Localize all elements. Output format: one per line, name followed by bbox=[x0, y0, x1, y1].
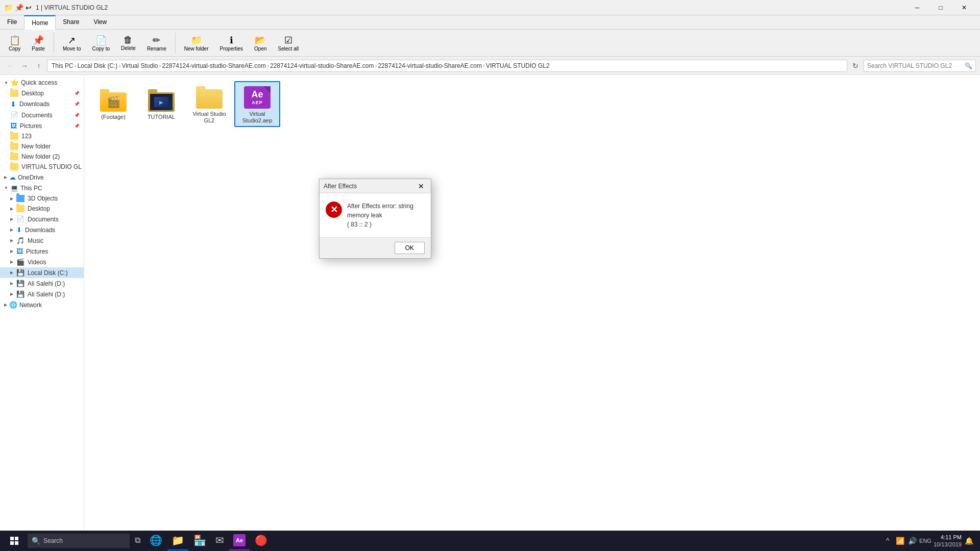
back-arrow-icon: ↩ bbox=[26, 4, 32, 12]
start-sq2 bbox=[15, 537, 18, 540]
taskbar-search-box[interactable]: 🔍 Search bbox=[28, 534, 130, 548]
sidebar-item-pictures-qa[interactable]: 🖼 Pictures 📌 bbox=[0, 120, 84, 131]
start-sq1 bbox=[10, 537, 14, 540]
ribbon-newfolder-btn[interactable]: 📁New folder bbox=[180, 32, 213, 54]
start-sq3 bbox=[10, 541, 14, 545]
tab-view[interactable]: View bbox=[86, 15, 114, 29]
ribbon-properties-btn[interactable]: ℹProperties bbox=[215, 32, 248, 54]
system-tray: ^ 📶 🔊 ENG 4:11 PM 10/13/2019 🔔 bbox=[878, 534, 978, 548]
taskbar: 🔍 Search ⧉ 🌐 📁 🏪 ✉ Ae 🔴 ^ 📶 🔊 ENG 4:11 P… bbox=[0, 531, 980, 551]
close-button[interactable]: ✕ bbox=[952, 0, 976, 15]
onedrive-label: OneDrive bbox=[18, 174, 44, 181]
file-item-aep[interactable]: Ae AEP Virtual Studio2.aep bbox=[234, 81, 280, 127]
folder-icon bbox=[10, 90, 18, 97]
sidebar-item-newfolder[interactable]: New folder bbox=[0, 141, 84, 152]
music-icon: 🎵 bbox=[16, 237, 24, 244]
sidebar-label-newfolder: New folder bbox=[21, 143, 51, 150]
sidebar-item-documents-pc[interactable]: ▶ 📄 Documents bbox=[0, 214, 84, 224]
ribbon-content: 📋Copy 📌Paste ↗Move to 📄Copy to 🗑Delete ✏… bbox=[0, 30, 980, 56]
sidebar-item-ali-salehi-d2[interactable]: ▶ 💾 Ali Salehi (D:) bbox=[0, 289, 84, 299]
nav-up-button[interactable]: ↑ bbox=[33, 60, 45, 72]
taskbar-task-view[interactable]: ⧉ bbox=[131, 531, 144, 550]
nav-forward-button[interactable]: → bbox=[18, 60, 31, 72]
window-controls: ─ □ ✕ bbox=[905, 0, 976, 15]
tab-home[interactable]: Home bbox=[24, 15, 56, 30]
sidebar-item-123[interactable]: 123 bbox=[0, 131, 84, 141]
tutorial-preview: ▶ bbox=[150, 94, 173, 110]
folder-icon-3d bbox=[16, 195, 24, 202]
taskbar-opera[interactable]: 🔴 bbox=[251, 531, 272, 550]
nav-back-button[interactable]: ← bbox=[4, 60, 16, 72]
sidebar-item-local-disk[interactable]: ▶ 💾 Local Disk (C:) bbox=[0, 267, 84, 278]
quick-access-header[interactable]: ▼ ⭐ Quick access bbox=[0, 77, 84, 88]
file-item-vs-gl2[interactable]: Virtual Studio GL2 bbox=[186, 81, 232, 127]
dialog-close-button[interactable]: ✕ bbox=[415, 181, 427, 192]
notification-icon[interactable]: 🔔 bbox=[964, 536, 974, 546]
ribbon-copyto-btn[interactable]: 📄Copy to bbox=[88, 32, 114, 54]
ribbon-copy-btn[interactable]: 📋Copy bbox=[4, 32, 25, 54]
start-button[interactable] bbox=[2, 531, 27, 551]
sidebar-label-local-disk: Local Disk (C:) bbox=[28, 269, 68, 277]
sidebar-item-downloads-qa[interactable]: ⬇ Downloads 📌 bbox=[0, 98, 84, 110]
maximize-button[interactable]: □ bbox=[929, 0, 952, 15]
footage-icon: 🎬 bbox=[107, 95, 120, 109]
sidebar-item-3d-objects[interactable]: ▶ 3D Objects bbox=[0, 193, 84, 204]
date-display: 10/13/2019 bbox=[934, 541, 962, 548]
document-icon: 📄 bbox=[10, 111, 18, 119]
sidebar-item-music[interactable]: ▶ 🎵 Music bbox=[0, 235, 84, 246]
onedrive-header[interactable]: ▶ ☁ OneDrive bbox=[0, 172, 84, 183]
sidebar-item-ali-salehi-d1[interactable]: ▶ 💾 Ali Salehi (D:) bbox=[0, 278, 84, 289]
error-x-icon: ✕ bbox=[330, 204, 338, 215]
taskbar-file-explorer[interactable]: 📁 bbox=[167, 531, 188, 550]
sidebar-label-music: Music bbox=[28, 237, 43, 244]
hidden-icons-button[interactable]: ^ bbox=[883, 536, 893, 546]
sidebar-item-downloads-pc[interactable]: ▶ ⬇ Downloads bbox=[0, 224, 84, 235]
this-pc-header[interactable]: ▼ 💻 This PC bbox=[0, 183, 84, 193]
ribbon-rename-btn[interactable]: ✏Rename bbox=[142, 32, 171, 54]
ribbon-select-btn[interactable]: ☑Select all bbox=[274, 32, 304, 54]
tab-share[interactable]: Share bbox=[56, 15, 86, 29]
sidebar-item-desktop[interactable]: Desktop 📌 bbox=[0, 88, 84, 98]
address-path[interactable]: This PC › Local Disk (C:) › Virtual Stud… bbox=[47, 60, 847, 72]
sidebar-item-desktop-pc[interactable]: ▶ Desktop bbox=[0, 204, 84, 214]
ribbon-paste-btn[interactable]: 📌Paste bbox=[27, 32, 50, 54]
sidebar-item-documents-qa[interactable]: 📄 Documents 📌 bbox=[0, 110, 84, 120]
ribbon-move-btn[interactable]: ↗Move to bbox=[58, 32, 86, 54]
taskbar-mail[interactable]: ✉ bbox=[211, 531, 228, 550]
tab-file[interactable]: File bbox=[0, 15, 24, 29]
picture-icon: 🖼 bbox=[10, 122, 17, 130]
taskbar-store[interactable]: 🏪 bbox=[189, 531, 210, 550]
sidebar-item-videos[interactable]: ▶ 🎬 Videos bbox=[0, 257, 84, 267]
folder-icon5 bbox=[10, 163, 18, 170]
search-input[interactable] bbox=[867, 62, 963, 69]
pin-icon2: 📌 bbox=[74, 102, 80, 107]
network-header[interactable]: ▶ 🌐 Network bbox=[0, 299, 84, 310]
start-sq4 bbox=[15, 541, 18, 545]
aep-ext-label: AEP bbox=[252, 100, 263, 105]
chevron-down-icon: ▼ bbox=[4, 81, 8, 85]
minimize-button[interactable]: ─ bbox=[905, 0, 929, 15]
file-item-tutorial[interactable]: ▶ TUTORIAL bbox=[138, 81, 184, 127]
sidebar-label-ali-d2: Ali Salehi (D:) bbox=[28, 291, 65, 298]
taskbar-search-label: Search bbox=[43, 537, 63, 544]
file-item-footage[interactable]: 🎬 (Footage) bbox=[90, 81, 136, 127]
file-area: 🎬 (Footage) ▶ TUTO bbox=[84, 75, 980, 539]
ribbon-delete-btn[interactable]: 🗑Delete bbox=[116, 32, 140, 54]
after-effects-dialog[interactable]: After Effects ✕ ✕ After Effects error: s… bbox=[319, 179, 431, 259]
ribbon-open-btn[interactable]: 📂Open bbox=[250, 32, 271, 54]
taskbar-after-effects[interactable]: Ae bbox=[229, 531, 250, 550]
clock[interactable]: 4:11 PM 10/13/2019 bbox=[934, 534, 962, 548]
taskbar-edge[interactable]: 🌐 bbox=[145, 531, 166, 550]
sidebar-item-virtualstudio[interactable]: VIRTUAL STUDIO GL bbox=[0, 162, 84, 172]
sidebar-label-123: 123 bbox=[21, 133, 32, 140]
sidebar-item-newfolder2[interactable]: New folder (2) bbox=[0, 152, 84, 162]
dialog-ok-button[interactable]: OK bbox=[395, 242, 425, 254]
refresh-button[interactable]: ↻ bbox=[849, 60, 862, 72]
folder-thumbnail-vs-gl2 bbox=[196, 86, 223, 109]
title-bar: 📁 📌 ↩ 1 | VIRTUAL STUDIO GL2 ─ □ ✕ bbox=[0, 0, 980, 15]
sidebar-item-pictures-pc[interactable]: ▶ 🖼 Pictures bbox=[0, 246, 84, 257]
dialog-content: ✕ After Effects error: string memory lea… bbox=[320, 193, 431, 237]
search-box[interactable]: 🔍 bbox=[864, 60, 976, 72]
volume-icon[interactable]: 🔊 bbox=[907, 536, 917, 546]
network-tray-icon[interactable]: 📶 bbox=[895, 536, 905, 546]
